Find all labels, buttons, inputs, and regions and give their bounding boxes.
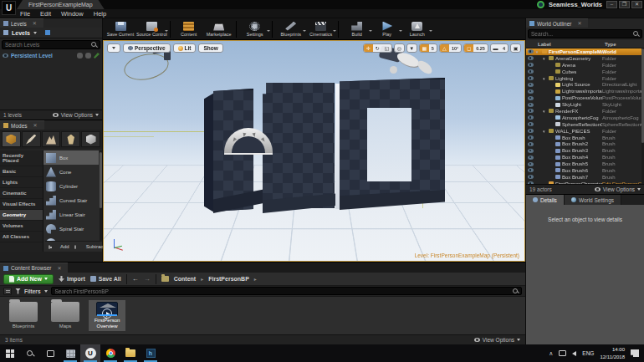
mode-paint-button[interactable] [22, 131, 41, 147]
expander-arrow-icon[interactable]: ▾ [536, 49, 540, 54]
mode-landscape-button[interactable] [42, 131, 61, 147]
breadcrumb-firstpersonbp[interactable]: FirstPersonBP [208, 276, 249, 282]
expander-arrow-icon[interactable]: ▾ [543, 76, 547, 81]
close-tab-icon[interactable]: ✕ [577, 19, 581, 28]
visibility-eye-icon[interactable] [528, 63, 534, 67]
expander-arrow-icon[interactable]: ▾ [543, 109, 547, 114]
visibility-eye-icon[interactable] [528, 69, 534, 74]
chevron-down-icon[interactable] [165, 30, 168, 32]
game-visibility-icon[interactable] [85, 53, 91, 59]
toolbar-button[interactable]: Settings [241, 19, 269, 39]
import-button[interactable]: Import [59, 276, 85, 282]
wall-piece-side[interactable] [204, 93, 214, 212]
levels-search[interactable] [2, 40, 100, 49]
start-button[interactable] [0, 344, 20, 362]
network-icon[interactable] [559, 350, 566, 356]
toolbar-button[interactable]: Cinematics [307, 19, 335, 39]
close-tab-icon[interactable]: ✕ [33, 121, 38, 130]
edit-pencil-icon[interactable] [94, 53, 100, 59]
toolbar-button[interactable]: Save Current [106, 19, 135, 39]
taskbar-chrome[interactable] [100, 344, 120, 362]
modes-tab[interactable]: Modes✕ [0, 120, 44, 130]
outliner-row[interactable]: ▾ ArenaGeometry Folder [526, 55, 641, 62]
menu-item[interactable]: File [20, 10, 30, 18]
close-tab-icon[interactable]: ✕ [57, 263, 61, 273]
expander-arrow-icon[interactable]: ▾ [543, 56, 547, 61]
geometry-item[interactable]: Curved Stair [43, 193, 99, 207]
visibility-eye-icon[interactable] [528, 162, 534, 166]
chevron-down-icon[interactable] [399, 30, 402, 32]
visibility-eye-icon[interactable] [528, 76, 534, 80]
chevron-down-icon[interactable] [333, 30, 336, 32]
taskbar-search-button[interactable] [20, 344, 40, 362]
scale-tool-button[interactable]: ◱ [382, 43, 391, 53]
rotation-snap-toggle[interactable]: △ [440, 43, 449, 53]
outliner-row[interactable]: ▾ FirstPersonExampleMap (Editor) World [526, 48, 641, 55]
menu-item[interactable]: Help [94, 10, 106, 18]
mode-category[interactable]: Visual Effects [0, 199, 43, 210]
map-tab[interactable]: FirstPersonExampleMap [17, 0, 105, 9]
visibility-eye-icon[interactable] [528, 168, 534, 172]
outliner-search-input[interactable] [529, 31, 633, 37]
type-column-header[interactable]: Type [605, 42, 644, 47]
content-view-options[interactable]: View Options [474, 337, 520, 343]
toolbar-button[interactable]: Blueprints [277, 19, 305, 39]
subtract-radio[interactable] [74, 245, 76, 249]
outliner-row[interactable]: ▾ LightmassImportanceVolume LightmassImp… [526, 88, 641, 94]
grid-snap-toggle[interactable]: ▦ [420, 43, 429, 53]
forward-button[interactable]: → [144, 275, 151, 283]
outliner-row[interactable]: ▾ Box Brush5 Brush [526, 161, 641, 167]
grid-snap-value[interactable]: 5 [429, 46, 437, 51]
taskbar-unreal-engine[interactable]: U [80, 344, 100, 362]
outliner-row[interactable]: ▾ Box Brush4 Brush [526, 154, 641, 161]
chevron-down-icon[interactable] [267, 30, 270, 32]
outliner-row[interactable]: ▾ Box Brush3 Brush [526, 147, 641, 154]
world-settings-tab[interactable]: World Settings [565, 195, 621, 205]
levels-world-icon[interactable] [45, 30, 50, 35]
details-tab[interactable]: Details [526, 195, 565, 205]
levels-tab[interactable]: Levels✕ [0, 18, 43, 28]
rotation-snap-value[interactable]: 10° [449, 46, 461, 51]
chevron-down-icon[interactable] [303, 30, 306, 32]
asset-tile[interactable]: Maps [47, 300, 84, 331]
asset-tile[interactable]: FirstPerson Overview [89, 300, 125, 331]
outliner-row[interactable]: ▾ Box Brush Brush [526, 135, 641, 141]
world-outliner-tab[interactable]: World Outliner✕ [526, 18, 588, 28]
mode-category[interactable]: Cinematic [0, 188, 43, 199]
add-radio[interactable] [49, 245, 50, 249]
translate-tool-button[interactable]: ✛ [364, 43, 373, 53]
volume-icon[interactable] [572, 351, 576, 356]
filters-button[interactable]: Filters [24, 288, 41, 294]
visibility-eye-icon[interactable] [528, 96, 534, 100]
camera-speed-button[interactable]: ▬ [491, 43, 500, 53]
visibility-eye-icon[interactable] [528, 156, 534, 160]
taskbar-blue-app[interactable]: h [141, 344, 161, 362]
perspective-button[interactable]: Perspective [123, 43, 171, 53]
geometry-item[interactable]: Cylinder [43, 179, 99, 193]
outliner-row[interactable]: ▾ RenderFX Folder [526, 108, 641, 115]
content-browser-tab[interactable]: Content Browser✕ [0, 263, 68, 273]
chevron-down-icon[interactable] [369, 30, 372, 32]
expander-arrow-icon[interactable]: ▾ [543, 129, 547, 134]
content-search[interactable] [51, 287, 522, 295]
camera-speed-value[interactable]: 4 [500, 46, 508, 51]
outliner-row[interactable]: ▾ Cubes Folder [526, 69, 641, 75]
sources-panel-toggle[interactable] [3, 288, 12, 295]
save-all-button[interactable]: Save All [90, 276, 121, 282]
visibility-eye-icon[interactable] [528, 83, 534, 87]
visibility-eye-icon[interactable] [528, 49, 534, 54]
close-tab-icon[interactable]: ✕ [33, 19, 37, 28]
surface-snap-button[interactable]: ▼ [407, 43, 417, 53]
outliner-search[interactable] [528, 29, 642, 38]
outliner-row[interactable]: ▾ SkyLight SkyLight [526, 101, 641, 108]
level-row[interactable]: Persistent Level [0, 51, 102, 60]
lock-icon[interactable] [77, 53, 83, 59]
outliner-row[interactable]: ▾ Box Brush7 Brush [526, 174, 641, 181]
content-search-input[interactable] [52, 288, 513, 294]
asset-tile[interactable]: Blueprints [5, 300, 42, 331]
scrollbar[interactable] [100, 150, 102, 252]
breadcrumb-content[interactable]: Content [174, 276, 196, 282]
outliner-view-options[interactable]: View Options [595, 186, 641, 192]
mode-category[interactable]: Lights [0, 177, 43, 188]
menu-item[interactable]: Edit [40, 10, 51, 18]
